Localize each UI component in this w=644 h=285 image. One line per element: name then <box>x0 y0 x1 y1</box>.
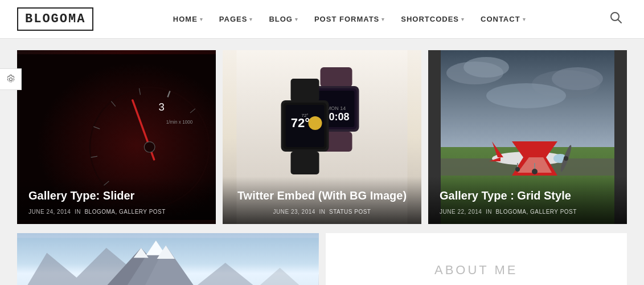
svg-point-36 <box>486 83 566 108</box>
chevron-down-icon: ▾ <box>523 17 526 22</box>
card-overlay: Gallery Type: Slider JUNE 24, 2014 IN BL… <box>17 177 216 224</box>
svg-text:MON 14: MON 14 <box>327 105 346 111</box>
card-meta: JUNE 24, 2014 IN BLOGOMA, GALLERY POST <box>28 209 204 215</box>
nav-post-formats[interactable]: POST FORMATS ▾ <box>306 0 393 39</box>
svg-text:3: 3 <box>158 101 164 113</box>
main-nav: HOME ▾ PAGES ▾ BLOG ▾ POST FORMATS ▾ SHO… <box>165 0 534 39</box>
svg-rect-16 <box>321 67 352 87</box>
header: BLOGOMA HOME ▾ PAGES ▾ BLOG ▾ POST FORMA… <box>0 0 644 39</box>
svg-text:72°: 72° <box>291 116 310 130</box>
card-overlay-3: Gallery Type : Grid Style JUNE 22, 2014 … <box>428 177 627 224</box>
logo[interactable]: BLOGOMA <box>17 7 93 31</box>
nav-shortcodes[interactable]: SHORTCODES ▾ <box>393 0 473 39</box>
about-me-title: ABOUT ME <box>434 263 518 278</box>
card-title-2: Twitter Embed (With BG Image) <box>234 188 410 203</box>
nav-pages[interactable]: PAGES ▾ <box>211 0 261 39</box>
card-overlay-2: Twitter Embed (With BG Image) JUNE 23, 2… <box>223 177 421 224</box>
about-me-box: ABOUT ME <box>326 233 627 285</box>
logo-text: BLOGOMA <box>25 12 85 26</box>
cards-grid: 3 1/min x 1000 Gallery Type: Slider JUNE… <box>17 50 627 224</box>
card-twitter-embed[interactable]: MON 14 10:08 <box>223 50 421 224</box>
card-gallery-grid[interactable]: Gallery Type : Grid Style JUNE 22, 2014 … <box>428 50 627 224</box>
svg-point-49 <box>532 169 538 174</box>
card-meta-2: JUNE 23, 2014 IN STATUS POST <box>234 209 410 215</box>
search-icon[interactable] <box>605 7 627 31</box>
card-title-3: Gallery Type : Grid Style <box>440 188 616 203</box>
svg-rect-30 <box>291 152 319 174</box>
card-gallery-slider[interactable]: 3 1/min x 1000 Gallery Type: Slider JUNE… <box>17 50 216 224</box>
chevron-down-icon: ▾ <box>249 17 253 22</box>
card-title: Gallery Type: Slider <box>28 188 204 203</box>
svg-rect-23 <box>291 79 319 101</box>
settings-gear-icon[interactable] <box>0 68 22 90</box>
card-meta-3: JUNE 22, 2014 IN BLOGOMA, GALLERY POST <box>440 209 616 215</box>
nav-blog[interactable]: BLOG ▾ <box>261 0 306 39</box>
svg-point-29 <box>309 116 322 130</box>
nav-contact[interactable]: CONTACT ▾ <box>473 0 534 39</box>
svg-point-12 <box>144 142 155 153</box>
svg-point-51 <box>515 167 520 172</box>
chevron-down-icon: ▾ <box>295 17 298 22</box>
svg-point-35 <box>552 67 603 90</box>
nav-home[interactable]: HOME ▾ <box>165 0 211 39</box>
chevron-down-icon: ▾ <box>461 17 465 22</box>
main-content: 3 1/min x 1000 Gallery Type: Slider JUNE… <box>0 39 644 285</box>
svg-point-47 <box>564 156 568 161</box>
svg-text:1/min x 1000: 1/min x 1000 <box>166 120 193 125</box>
svg-point-33 <box>463 57 509 78</box>
chevron-down-icon: ▾ <box>382 17 385 22</box>
mountain-card[interactable] <box>17 233 319 285</box>
svg-line-1 <box>618 20 622 23</box>
bottom-row: ABOUT ME <box>17 233 627 285</box>
chevron-down-icon: ▾ <box>200 17 203 22</box>
